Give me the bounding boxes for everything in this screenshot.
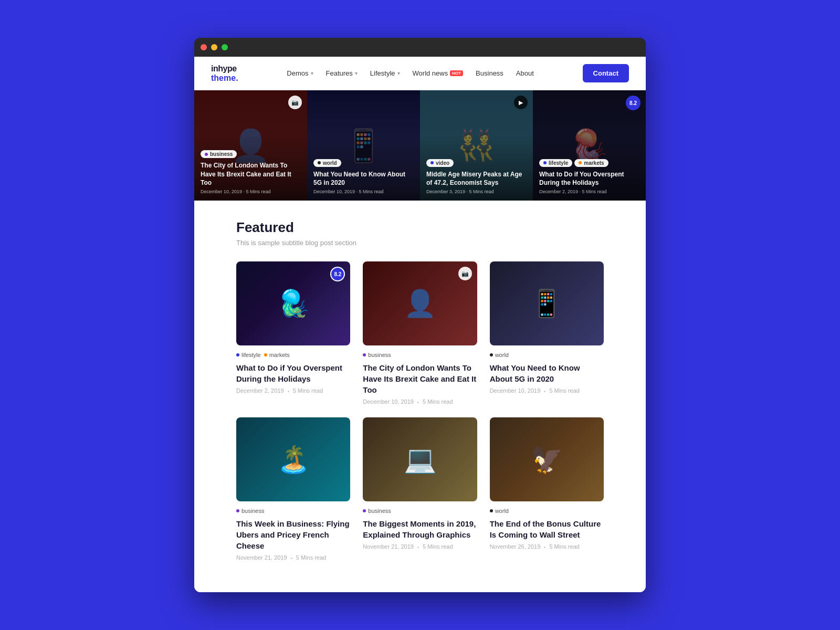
close-dot[interactable] xyxy=(201,44,207,50)
tag-business-2[interactable]: business xyxy=(363,352,391,358)
nav-item-demos[interactable]: Demos ▾ xyxy=(281,66,318,80)
article-card-6[interactable]: world The End of the Bonus Culture Is Co… xyxy=(490,417,604,561)
main-content: Featured This is sample subtitle blog po… xyxy=(194,201,646,592)
hero-meta-4: December 2, 2019 · 5 Mins read xyxy=(539,189,639,194)
article-tags-3: world xyxy=(490,352,604,358)
article-meta-5: November 21, 2019 5 Mins read xyxy=(363,543,477,550)
hero-card-4[interactable]: 🪼 8.2 lifestyle markets xyxy=(533,90,646,201)
hero-title-3: Middle Age Misery Peaks at Age of 47.2, … xyxy=(426,170,527,187)
hero-card-content-2: world What You Need to Know About 5G in … xyxy=(307,153,420,201)
logo-bottom: theme. xyxy=(211,74,238,83)
article-img-1: 8.2 xyxy=(236,261,350,345)
article-tags-4: business xyxy=(236,508,350,514)
browser-chrome xyxy=(194,38,646,57)
article-card-1[interactable]: 8.2 lifestyle markets What to Do if You … xyxy=(236,261,350,405)
nav-item-about[interactable]: About xyxy=(511,66,539,80)
article-card-4[interactable]: business This Week in Business: Flying U… xyxy=(236,417,350,561)
play-icon-badge: ▶ xyxy=(514,96,528,109)
article-title-1: What to Do if You Overspent During the H… xyxy=(236,362,350,384)
hero-title-4: What to Do if You Overspent During the H… xyxy=(539,170,639,187)
nav-item-lifestyle[interactable]: Lifestyle ▾ xyxy=(365,66,405,80)
nav-item-business[interactable]: Business xyxy=(470,66,509,80)
article-img-5 xyxy=(363,417,477,501)
tag-world-3[interactable]: world xyxy=(490,352,509,358)
tag-business-4[interactable]: business xyxy=(236,508,264,514)
article-img-4 xyxy=(236,417,350,501)
article-title-2: The City of London Wants To Have Its Bre… xyxy=(363,362,477,395)
hero-card-content-4: lifestyle markets What to Do if You Over… xyxy=(533,153,646,201)
article-card-5[interactable]: business The Biggest Moments in 2019, Ex… xyxy=(363,417,477,561)
tag-markets-1[interactable]: markets xyxy=(264,352,290,358)
hero-meta-1: December 10, 2019 · 5 Mins read xyxy=(201,189,301,194)
nav-item-features[interactable]: Features ▾ xyxy=(321,66,363,80)
tag-dot xyxy=(579,161,582,164)
tag-world[interactable]: world xyxy=(313,159,341,167)
camera-icon-2: 📷 xyxy=(458,267,472,280)
minimize-dot[interactable] xyxy=(211,44,217,50)
chevron-down-icon: ▾ xyxy=(311,70,313,76)
logo[interactable]: inhype theme. xyxy=(211,64,238,82)
tag-business[interactable]: business xyxy=(201,150,237,158)
tag-dot xyxy=(490,509,493,512)
tag-lifestyle[interactable]: lifestyle xyxy=(539,159,572,167)
tag-dot xyxy=(363,509,366,512)
article-card-2[interactable]: 📷 business The City of London Wants To H… xyxy=(363,261,477,405)
logo-top: inhype xyxy=(211,64,238,74)
nav-item-world-news[interactable]: World news HOT xyxy=(407,66,469,80)
hero-card-3[interactable]: 👯 ▶ video Middle Age Misery Peaks at Age… xyxy=(420,90,533,201)
tag-dot xyxy=(363,353,366,356)
hero-card-content-3: video Middle Age Misery Peaks at Age of … xyxy=(420,153,533,201)
tag-world-6[interactable]: world xyxy=(490,508,509,514)
tag-dot xyxy=(490,353,493,356)
score-badge: 8.2 xyxy=(626,96,640,110)
article-img-2: 📷 xyxy=(363,261,477,345)
hot-badge: HOT xyxy=(450,70,463,76)
nav-link-about[interactable]: About xyxy=(511,66,539,80)
browser-window: inhype theme. Demos ▾ Features ▾ xyxy=(194,38,646,592)
browser-content: inhype theme. Demos ▾ Features ▾ xyxy=(194,57,646,592)
chevron-down-icon: ▾ xyxy=(355,70,358,76)
hero-card-1[interactable]: 👤 📷 business The City of London Wants To… xyxy=(194,90,307,201)
hero-grid: 👤 📷 business The City of London Wants To… xyxy=(194,90,646,201)
tag-dot xyxy=(543,161,547,164)
maximize-dot[interactable] xyxy=(222,44,228,50)
article-meta-4: November 21, 2019 5 Mins read xyxy=(236,554,350,561)
hero-meta-3: December 3, 2019 · 5 Mins read xyxy=(426,189,527,194)
article-tags-6: world xyxy=(490,508,604,514)
chevron-down-icon: ▾ xyxy=(397,70,400,76)
tag-dot xyxy=(236,509,239,512)
article-title-4: This Week in Business: Flying Ubers and … xyxy=(236,518,350,551)
tag-video[interactable]: video xyxy=(426,159,454,167)
tag-business-5[interactable]: business xyxy=(363,508,391,514)
article-title-3: What You Need to Know About 5G in 2020 xyxy=(490,362,604,384)
nav-link-business[interactable]: Business xyxy=(470,66,509,80)
article-tags-5: business xyxy=(363,508,477,514)
nav-link-world-news[interactable]: World news HOT xyxy=(407,66,469,80)
featured-title: Featured xyxy=(236,219,604,236)
hero-card-2[interactable]: 📱 world What You Need to Know About 5G i… xyxy=(307,90,420,201)
article-img-6 xyxy=(490,417,604,501)
tag-dot xyxy=(430,161,434,164)
article-img-3 xyxy=(490,261,604,345)
contact-button[interactable]: Contact xyxy=(583,64,629,82)
nav-link-features[interactable]: Features ▾ xyxy=(321,66,363,80)
tag-markets[interactable]: markets xyxy=(574,159,608,167)
navbar: inhype theme. Demos ▾ Features ▾ xyxy=(194,57,646,90)
article-meta-1: December 2, 2019 5 Mins read xyxy=(236,387,350,394)
article-meta-3: December 10, 2019 5 Mins read xyxy=(490,387,604,394)
article-tags-1: lifestyle markets xyxy=(236,352,350,358)
tag-dot xyxy=(236,353,239,356)
nav-link-demos[interactable]: Demos ▾ xyxy=(281,66,318,80)
article-meta-6: November 26, 2019 5 Mins read xyxy=(490,543,604,550)
card-grid-row2: business This Week in Business: Flying U… xyxy=(236,417,604,561)
tag-dot xyxy=(264,353,267,356)
tag-dot xyxy=(318,161,321,164)
card-grid-row1: 8.2 lifestyle markets What to Do if You … xyxy=(236,261,604,405)
nav-link-lifestyle[interactable]: Lifestyle ▾ xyxy=(365,66,405,80)
tag-lifestyle-1[interactable]: lifestyle xyxy=(236,352,261,358)
tag-dot xyxy=(205,153,208,156)
article-card-3[interactable]: world What You Need to Know About 5G in … xyxy=(490,261,604,405)
hero-title-2: What You Need to Know About 5G in 2020 xyxy=(313,170,414,187)
article-tags-2: business xyxy=(363,352,477,358)
hero-title-1: The City of London Wants To Have Its Bre… xyxy=(201,161,301,187)
